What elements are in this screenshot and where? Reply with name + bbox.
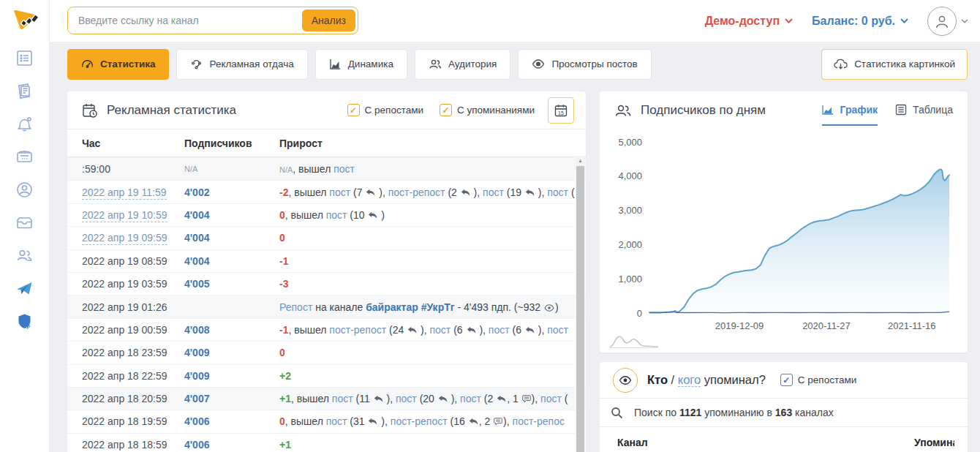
row-subscribers: 4'002 <box>184 187 279 198</box>
stats-as-image-button[interactable]: Статистика картинкой <box>821 49 968 80</box>
post-link[interactable]: пост-репост <box>329 324 386 336</box>
scrollbar-up-arrow[interactable]: ▲ <box>576 156 585 165</box>
notifications-bell-icon[interactable] <box>15 114 34 134</box>
post-link[interactable]: пост <box>332 393 353 404</box>
post-link[interactable]: пост <box>547 187 568 198</box>
tab-table-label: Таблица <box>913 104 953 116</box>
reply-arrow-icon <box>366 189 375 197</box>
svg-text:0: 0 <box>637 308 642 319</box>
checkbox-with-reposts-mentions[interactable]: ✓ С репостами <box>780 374 856 386</box>
analyze-button[interactable]: Анализ <box>302 10 355 31</box>
row-time: 2022 апр 18 20:59 <box>67 393 184 404</box>
channel-search-box: Анализ <box>67 7 358 34</box>
row-growth: -2, вышел пост (7 ), пост-репост (2 ), п… <box>279 187 575 198</box>
channel-link[interactable]: 163 <box>775 407 792 418</box>
mentions-search-placeholder[interactable]: Поиск по 1121 упоминанию в 163 каналах <box>634 407 834 418</box>
table-row: 2022 апр 19 01:26Репост на канале байрак… <box>67 295 586 317</box>
text: +1 <box>279 439 291 451</box>
cloud-download-icon <box>834 59 848 69</box>
post-link[interactable]: пост <box>396 393 417 404</box>
row-time-link[interactable]: 2022 апр 19 11:59 <box>67 187 184 198</box>
post-link[interactable]: пост <box>430 324 451 336</box>
user-menu[interactable] <box>927 7 968 36</box>
subscribers-panel: 01,0002,0003,0004,0005,0002019-12-092020… <box>600 91 968 353</box>
checkbox-with-mentions[interactable]: ✓ С упоминаниями <box>440 104 535 116</box>
text: ), <box>448 393 460 404</box>
chart-navigator-icon[interactable] <box>608 331 661 349</box>
tab-label: Статистика <box>100 59 155 69</box>
checkbox-mark: ✓ <box>780 374 793 386</box>
text: ), <box>418 324 429 336</box>
post-link[interactable]: пост <box>460 393 481 404</box>
tab-audience[interactable]: Аудитория <box>415 49 510 80</box>
text: N/A <box>279 165 293 174</box>
subscribers-area-chart[interactable]: 01,0002,0003,0004,0005,0002019-12-092020… <box>600 91 968 353</box>
table-row: :59:00N/AN/A, вышел пост <box>67 157 586 180</box>
balance-dropdown[interactable]: Баланс: 0 руб. <box>812 15 908 28</box>
profile-circle-icon[interactable] <box>15 180 34 200</box>
post-link[interactable]: пост-репост <box>388 187 445 198</box>
post-link[interactable]: пост <box>489 324 510 336</box>
text: -1 <box>279 255 288 267</box>
table-row: 2022 апр 18 19:594'0060, вышел пост (31 … <box>67 410 586 432</box>
list-icon <box>895 104 907 116</box>
checkbox-with-reposts[interactable]: ✓ С репостами <box>347 104 423 116</box>
row-time-link[interactable]: 2022 апр 19 09:59 <box>67 232 184 244</box>
inbox-icon[interactable] <box>15 213 34 233</box>
mentions-search-row[interactable]: Поиск по 1121 упоминанию в 163 каналах <box>600 398 968 427</box>
tab-statistics[interactable]: Статистика <box>67 49 169 80</box>
posts-feed-icon[interactable] <box>15 81 34 101</box>
table-row: 2022 апр 18 22:594'009+2 <box>67 364 586 387</box>
ad-stats-table-header: Час Подписчиков Прирост <box>67 129 586 157</box>
telegram-plane-icon[interactable] <box>15 279 34 298</box>
tab-post-views[interactable]: Просмотры постов <box>518 49 651 80</box>
post-link[interactable]: пост <box>540 393 562 404</box>
text: ( <box>562 393 568 404</box>
post-link[interactable]: пост <box>329 187 350 198</box>
channel-search-input[interactable] <box>68 15 300 26</box>
post-link[interactable]: пост <box>333 163 355 175</box>
mentions-title-whom-link[interactable]: кого <box>678 373 701 387</box>
catalog-list-icon[interactable] <box>15 48 34 68</box>
tab-label: Рекламная отдача <box>209 59 293 69</box>
text: , 2 <box>479 415 493 427</box>
channel-link[interactable]: байрактар #УкрТг <box>366 301 454 313</box>
date-range-button[interactable]: 15 <box>548 97 574 124</box>
tgstat-logo-icon[interactable] <box>9 6 41 38</box>
shield-check-icon[interactable] <box>15 312 34 331</box>
post-link[interactable]: пост <box>326 415 347 427</box>
ad-stats-table-body: :59:00N/AN/A, вышел пост2022 апр 19 11:5… <box>67 157 586 452</box>
post-link[interactable]: пост-репос <box>513 415 565 427</box>
post-link[interactable]: пост <box>483 187 504 198</box>
post-link[interactable]: пост-репост <box>391 415 448 427</box>
calendar-icon: 15 <box>554 103 568 118</box>
text: (6 <box>510 324 524 336</box>
row-subscribers: 4'007 <box>184 393 279 404</box>
audience-users-icon[interactable] <box>15 246 34 265</box>
row-time: 2022 апр 18 19:59 <box>67 415 184 427</box>
scrollbar-thumb[interactable] <box>576 166 584 452</box>
text: ), <box>535 324 547 336</box>
svg-text:2021-11-16: 2021-11-16 <box>888 320 936 331</box>
demo-access-dropdown[interactable]: Демо-доступ <box>705 15 793 28</box>
stats-as-image-label: Статистика картинкой <box>854 59 955 69</box>
tab-graph[interactable]: График <box>822 104 878 117</box>
post-link[interactable]: Репост <box>279 301 312 313</box>
tab-dynamics[interactable]: Динамика <box>315 49 407 80</box>
tab-table[interactable]: Таблица <box>895 104 953 117</box>
scrollbar[interactable]: ▲ <box>576 156 585 452</box>
topbar-right: Демо-доступ Баланс: 0 руб. <box>705 0 968 42</box>
collections-tray-icon[interactable] <box>15 147 34 167</box>
text: , вышел <box>293 163 333 175</box>
row-subscribers: 4'004 <box>184 255 279 267</box>
tab-ad-performance[interactable]: Рекламная отдача <box>176 49 307 80</box>
svg-text:2020-11-27: 2020-11-27 <box>802 320 851 331</box>
ad-stats-title: Рекламная статистика <box>107 103 236 118</box>
post-link[interactable]: пост <box>326 209 347 221</box>
ad-stats-panel: Рекламная статистика ✓ С репостами ✓ С у… <box>67 91 586 452</box>
channel-link[interactable]: 1121 <box>679 407 701 418</box>
row-growth: 0, вышел пост (31 ), пост-репост (16 , 2… <box>279 415 575 427</box>
post-link[interactable]: пост <box>547 324 568 336</box>
row-time-link[interactable]: 2022 апр 19 10:59 <box>67 209 184 221</box>
row-growth: +1 <box>279 439 575 451</box>
